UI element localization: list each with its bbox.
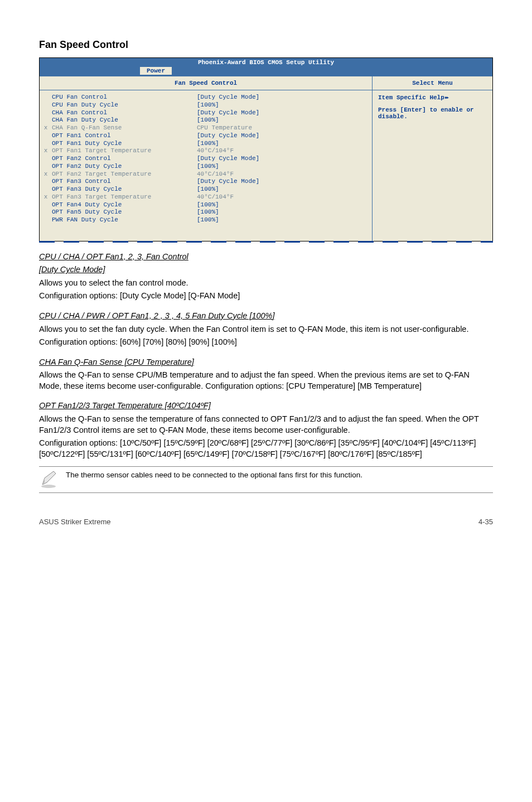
row-marker: x [40, 124, 52, 132]
row-value[interactable]: [Duty Cycle Mode] [197, 109, 372, 117]
row-value[interactable]: [Duty Cycle Mode] [197, 94, 372, 102]
bios-setting-row[interactable]: CHA Fan Control[Duty Cycle Mode] [40, 109, 372, 117]
section-target-temp: OPT Fan1/2/3 Target Temperature [40ºC/10… [39, 400, 493, 460]
sect2-p2: Configuration options: [60%] [70%] [80%]… [39, 337, 493, 348]
row-label: OPT Fan2 Target Temperature [52, 171, 197, 178]
row-value[interactable]: [100%] [197, 216, 372, 224]
help-line-1: Item Specific Help [378, 94, 487, 101]
section-fan-control: CPU / CHA / OPT Fan1, 2, 3, Fan Control … [39, 252, 493, 302]
row-marker [40, 216, 52, 224]
bios-setting-row[interactable]: xOPT Fan2 Target Temperature40°C/104°F [40, 171, 372, 178]
bios-tab-row: Power [40, 67, 492, 75]
sect4-title: OPT Fan1/2/3 Target Temperature [40ºC/10… [39, 401, 211, 410]
row-value[interactable]: 40°C/104°F [197, 171, 372, 178]
sect1-title-line1: CPU / CHA / OPT Fan1, 2, 3, Fan Control [39, 252, 188, 261]
row-label: CHA Fan Control [52, 109, 197, 117]
bios-setting-row[interactable]: OPT Fan2 Duty Cycle[100%] [40, 163, 372, 171]
row-label: OPT Fan3 Duty Cycle [52, 186, 197, 194]
footer-left: ASUS Striker Extreme [39, 518, 111, 526]
bios-setting-row[interactable]: xOPT Fan1 Target Temperature40°C/104°F [40, 147, 372, 155]
sect2-title: CPU / CHA / PWR / OPT Fan1, 2 , 3 , 4, 5… [39, 311, 275, 320]
row-value[interactable]: 40°C/104°F [197, 194, 372, 201]
bios-settings-list: CPU Fan Control[Duty Cycle Mode]CPU Fan … [40, 90, 372, 241]
row-value[interactable]: 40°C/104°F [197, 147, 372, 155]
row-label: CPU Fan Control [52, 94, 197, 102]
section-qfan-sense: CHA Fan Q-Fan Sense [CPU Temperature] Al… [39, 357, 493, 392]
row-value[interactable]: [Duty Cycle Mode] [197, 155, 372, 163]
page-heading: Fan Speed Control [39, 39, 493, 51]
row-marker [40, 132, 52, 140]
sect3-p1: Allows the Q-Fan to sense CPU/MB tempera… [39, 370, 493, 392]
bios-setting-row[interactable]: OPT Fan3 Duty Cycle[100%] [40, 186, 372, 194]
row-value[interactable]: [100%] [197, 140, 372, 148]
bios-setting-row[interactable]: OPT Fan1 Duty Cycle[100%] [40, 140, 372, 148]
sect1-p2: Configuration options: [Duty Cycle Mode]… [39, 291, 493, 302]
row-marker [40, 94, 52, 102]
row-label: OPT Fan3 Control [52, 178, 197, 186]
row-value[interactable]: CPU Temperature [197, 124, 372, 132]
help-line-2: Press [Enter] to enable or disable. [378, 107, 487, 120]
row-label: OPT Fan4 Duty Cycle [52, 201, 197, 209]
row-value[interactable]: [100%] [197, 186, 372, 194]
bios-title: Phoenix-Award BIOS CMOS Setup Utility [40, 58, 492, 67]
sect4-p1: Allows the Q-Fan to sense the temperatur… [39, 414, 493, 436]
tab-power[interactable]: Power [140, 67, 172, 75]
note-block: The thermo sensor cables need to be conn… [39, 466, 493, 493]
bios-setting-row[interactable]: CPU Fan Duty Cycle[100%] [40, 102, 372, 109]
bios-setting-row[interactable]: CPU Fan Control[Duty Cycle Mode] [40, 94, 372, 102]
row-label: OPT Fan1 Target Temperature [52, 147, 197, 155]
svg-point-0 [41, 485, 56, 488]
row-marker [40, 155, 52, 163]
row-marker: x [40, 171, 52, 178]
row-value[interactable]: [100%] [197, 102, 372, 109]
row-label: CHA Fan Q-Fan Sense [52, 124, 197, 132]
row-label: OPT Fan1 Control [52, 132, 197, 140]
bios-setting-row[interactable]: CHA Fan Duty Cycle[100%] [40, 117, 372, 124]
row-value[interactable]: [Duty Cycle Mode] [197, 132, 372, 140]
row-label: OPT Fan2 Duty Cycle [52, 163, 197, 171]
dashed-divider [39, 241, 493, 243]
row-marker [40, 163, 52, 171]
bios-setting-row[interactable]: OPT Fan4 Duty Cycle[100%] [40, 201, 372, 209]
row-value[interactable]: [100%] [197, 209, 372, 216]
row-marker [40, 140, 52, 148]
row-value[interactable]: [Duty Cycle Mode] [197, 178, 372, 186]
footer-right: 4-35 [478, 518, 493, 526]
row-marker: x [40, 147, 52, 155]
row-value[interactable]: [100%] [197, 201, 372, 209]
bios-setting-row[interactable]: OPT Fan3 Control[Duty Cycle Mode] [40, 178, 372, 186]
row-marker [40, 186, 52, 194]
sect4-p2: Configuration options: [10ºC/50ºF] [15ºC… [39, 438, 493, 460]
bios-left-heading: Fan Speed Control [40, 76, 372, 90]
note-text: The thermo sensor cables need to be conn… [66, 470, 362, 480]
row-value[interactable]: [100%] [197, 117, 372, 124]
pencil-icon [39, 470, 58, 489]
bios-setting-row[interactable]: xCHA Fan Q-Fan SenseCPU Temperature [40, 124, 372, 132]
svg-marker-1 [42, 471, 56, 485]
sect3-title: CHA Fan Q-Fan Sense [CPU Temperature] [39, 357, 194, 366]
sect1-p1: Allows you to select the fan control mod… [39, 278, 493, 289]
bios-setting-row[interactable]: OPT Fan1 Control[Duty Cycle Mode] [40, 132, 372, 140]
bios-setting-row[interactable]: OPT Fan5 Duty Cycle[100%] [40, 209, 372, 216]
row-label: OPT Fan3 Target Temperature [52, 194, 197, 201]
row-marker [40, 109, 52, 117]
row-marker [40, 117, 52, 124]
bios-setting-row[interactable]: PWR FAN Duty Cycle[100%] [40, 216, 372, 224]
row-marker [40, 102, 52, 109]
bios-panel: Phoenix-Award BIOS CMOS Setup Utility Po… [39, 57, 493, 241]
row-marker [40, 178, 52, 186]
section-duty-cycle: CPU / CHA / PWR / OPT Fan1, 2 , 3 , 4, 5… [39, 311, 493, 348]
row-label: CPU Fan Duty Cycle [52, 102, 197, 109]
row-label: PWR FAN Duty Cycle [52, 216, 197, 224]
row-label: CHA Fan Duty Cycle [52, 117, 197, 124]
sect1-title-line2: [Duty Cycle Mode] [39, 265, 105, 274]
row-label: OPT Fan5 Duty Cycle [52, 209, 197, 216]
bios-setting-row[interactable]: OPT Fan2 Control[Duty Cycle Mode] [40, 155, 372, 163]
help-arrows-icon [444, 94, 447, 101]
sect2-p1: Allows you to set the fan duty cycle. Wh… [39, 324, 493, 335]
row-marker [40, 201, 52, 209]
row-label: OPT Fan2 Control [52, 155, 197, 163]
row-marker [40, 209, 52, 216]
row-value[interactable]: [100%] [197, 163, 372, 171]
bios-setting-row[interactable]: xOPT Fan3 Target Temperature40°C/104°F [40, 194, 372, 201]
